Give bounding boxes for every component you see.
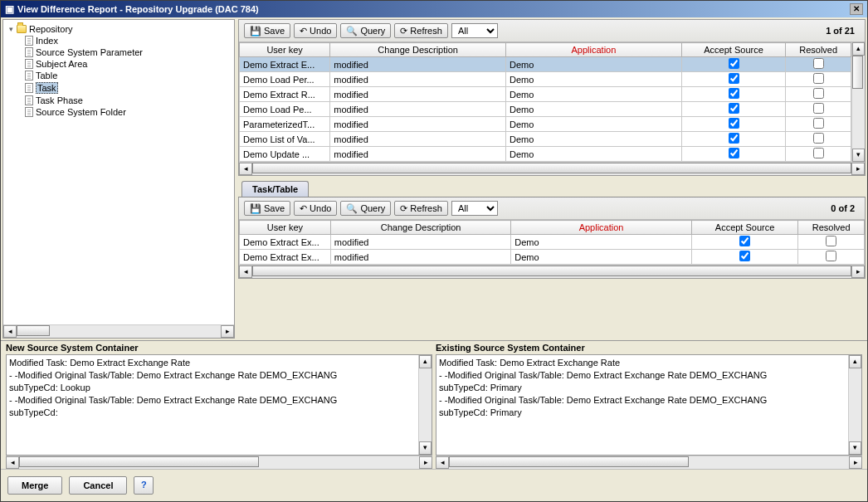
collapse-icon[interactable]: ▾ (7, 25, 15, 33)
col-resolved[interactable]: Resolved (798, 221, 865, 235)
table-row[interactable]: ParameterizedT...modifiedDemo (240, 117, 851, 132)
tree-item-table[interactable]: Table (25, 70, 231, 81)
cell-changedesc: modified (330, 250, 510, 265)
table-row[interactable]: Demo Extract E...modifiedDemo (240, 57, 851, 72)
tree-item-task-phase[interactable]: Task Phase (25, 95, 231, 106)
file-icon (25, 107, 33, 117)
table-row[interactable]: Demo List of Va...modifiedDemo (240, 132, 851, 147)
table-row[interactable]: Demo Extract Ex...modifiedDemo (240, 235, 865, 250)
accept-checkbox[interactable] (729, 103, 739, 114)
tree-root[interactable]: ▾ Repository (7, 23, 231, 35)
col-userkey[interactable]: User key (240, 43, 330, 57)
refresh-button[interactable]: ⟳Refresh (394, 23, 448, 38)
col-resolved[interactable]: Resolved (786, 43, 851, 57)
tree-item-index[interactable]: Index (25, 35, 231, 46)
accept-checkbox[interactable] (729, 148, 739, 158)
col-changedesc[interactable]: Change Description (330, 221, 510, 235)
cell-userkey: Demo List of Va... (240, 132, 330, 147)
sub-grid-hscrollbar[interactable]: ◂▸ (239, 265, 865, 278)
file-icon (25, 59, 33, 69)
existing-container-vscroll[interactable]: ▴▾ (848, 355, 861, 455)
refresh-button-sub[interactable]: ⟳Refresh (394, 201, 448, 216)
close-icon[interactable]: ✕ (850, 3, 863, 15)
tree-item-source-system-parameter[interactable]: Source System Parameter (25, 46, 231, 58)
tree-root-label: Repository (29, 24, 73, 34)
table-row[interactable]: Demo Update ...modifiedDemo (240, 147, 851, 162)
sub-grid[interactable]: User key Change Description Application … (239, 220, 865, 265)
undo-button[interactable]: ↶Undo (294, 23, 337, 38)
cell-application: Demo (506, 147, 682, 162)
top-grid[interactable]: User key Change Description Application … (239, 42, 851, 162)
col-changedesc[interactable]: Change Description (330, 43, 506, 57)
resolved-checkbox[interactable] (813, 73, 824, 84)
resolved-checkbox[interactable] (813, 148, 824, 158)
col-acceptsource[interactable]: Accept Source (691, 221, 798, 235)
cell-changedesc: modified (330, 132, 506, 147)
new-container-title: New Source System Container (6, 341, 432, 354)
sub-grid-counter: 0 of 2 (831, 203, 860, 213)
existing-container-hscroll[interactable]: ◂▸ (436, 456, 862, 469)
tab-task-table[interactable]: Task/Table (241, 181, 309, 197)
table-row[interactable]: Demo Extract Ex...modifiedDemo (240, 250, 865, 265)
new-container-text[interactable]: Modified Task: Demo Extract Exchange Rat… (7, 355, 418, 455)
save-button[interactable]: 💾Save (244, 23, 290, 38)
col-userkey[interactable]: User key (240, 221, 331, 235)
save-button-sub[interactable]: 💾Save (244, 201, 290, 216)
query-button-sub[interactable]: 🔍Query (340, 201, 391, 216)
existing-container-text[interactable]: Modified Task: Demo Extract Exchange Rat… (436, 355, 848, 455)
accept-checkbox[interactable] (729, 118, 739, 129)
tree-hscrollbar[interactable]: ◂▸ (3, 324, 234, 338)
existing-container-title: Existing Source System Container (436, 341, 862, 354)
accept-checkbox[interactable] (729, 133, 739, 144)
undo-button-sub[interactable]: ↶Undo (294, 201, 337, 216)
cell-userkey: Demo Update ... (240, 147, 330, 162)
tree-item-label: Task Phase (36, 95, 83, 105)
col-application[interactable]: Application (511, 221, 691, 235)
filter-select-sub[interactable]: All (451, 201, 498, 216)
refresh-icon: ⟳ (400, 27, 407, 36)
resolved-checkbox[interactable] (813, 118, 824, 129)
resolved-checkbox[interactable] (813, 103, 824, 114)
new-container-hscroll[interactable]: ◂▸ (6, 456, 432, 469)
cell-application: Demo (511, 250, 691, 265)
sub-toolbar: 💾Save ↶Undo 🔍Query ⟳Refresh All 0 of 2 (239, 197, 865, 220)
resolved-checkbox[interactable] (826, 251, 836, 261)
cell-application: Demo (506, 117, 682, 132)
table-row[interactable]: Demo Extract R...modifiedDemo (240, 87, 851, 102)
cell-application: Demo (506, 87, 682, 102)
table-row[interactable]: Demo Load Pe...modifiedDemo (240, 102, 851, 117)
top-grid-vscrollbar[interactable]: ▴▾ (851, 42, 865, 162)
cell-application: Demo (506, 72, 682, 87)
accept-checkbox[interactable] (729, 88, 739, 99)
top-grid-hscrollbar[interactable]: ◂▸ (239, 162, 865, 175)
cell-userkey: Demo Extract E... (240, 57, 330, 72)
refresh-icon: ⟳ (400, 204, 407, 213)
tree-item-subject-area[interactable]: Subject Area (25, 58, 231, 70)
tree-item-label: Index (36, 36, 58, 46)
tree-item-source-system-folder[interactable]: Source System Folder (25, 106, 231, 118)
tree-item-task[interactable]: Task (25, 81, 231, 95)
cell-changedesc: modified (330, 117, 506, 132)
titlebar: ▣ View Difference Report - Repository Up… (1, 1, 867, 17)
help-icon[interactable]: ? (134, 476, 154, 495)
resolved-checkbox[interactable] (826, 236, 836, 246)
resolved-checkbox[interactable] (813, 88, 824, 99)
cancel-button[interactable]: Cancel (69, 476, 127, 495)
cell-application: Demo (506, 102, 682, 117)
merge-button[interactable]: Merge (7, 476, 62, 495)
query-button[interactable]: 🔍Query (340, 23, 391, 38)
accept-checkbox[interactable] (729, 58, 739, 69)
new-container-vscroll[interactable]: ▴▾ (418, 355, 432, 455)
col-acceptsource[interactable]: Accept Source (681, 43, 785, 57)
filter-select[interactable]: All (451, 23, 498, 38)
accept-checkbox[interactable] (739, 251, 750, 261)
resolved-checkbox[interactable] (813, 133, 824, 144)
accept-checkbox[interactable] (729, 73, 739, 84)
col-application[interactable]: Application (506, 43, 682, 57)
resolved-checkbox[interactable] (813, 58, 824, 69)
cell-changedesc: modified (330, 87, 506, 102)
accept-checkbox[interactable] (739, 236, 750, 246)
folder-icon (17, 25, 27, 33)
table-row[interactable]: Demo Load Per...modifiedDemo (240, 72, 851, 87)
query-icon: 🔍 (346, 204, 358, 213)
